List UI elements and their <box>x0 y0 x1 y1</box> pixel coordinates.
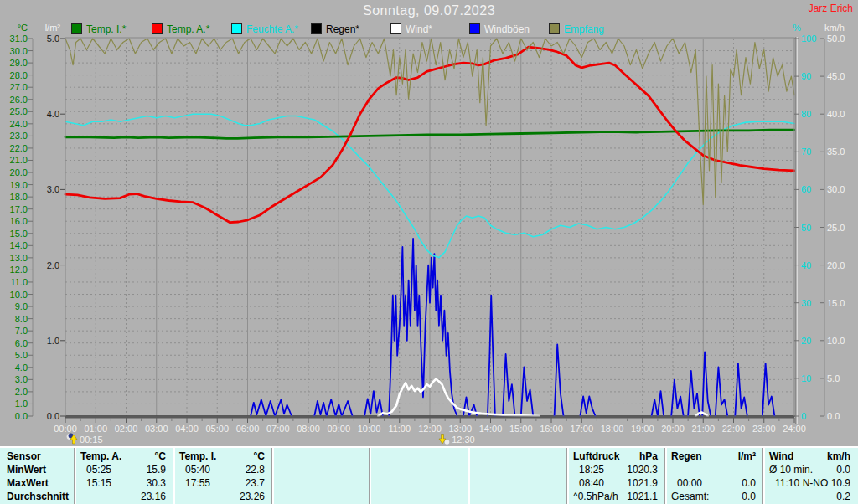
y-axis-label-temp: 31.0 <box>0 34 28 44</box>
y-axis-label-kmh: 40.0 <box>827 110 845 119</box>
y-axis-label-temp: 28.0 <box>0 70 28 80</box>
series-windboeen <box>314 399 352 416</box>
y-axis-label-temp: 6.0 <box>0 338 28 347</box>
y-axis-label-temp: 25.0 <box>0 107 28 116</box>
x-axis-label: 11:00 <box>383 424 416 434</box>
marker-time-label: 12:30 <box>452 435 475 445</box>
x-axis-label: 19:00 <box>626 424 659 434</box>
y-axis-label-temp: 1.0 <box>0 399 28 409</box>
y-axis-label-rain: 2.0 <box>34 260 59 270</box>
y-axis-label-temp: 8.0 <box>0 314 28 323</box>
x-axis-label: 21:00 <box>686 424 720 434</box>
y-axis-label-kmh: 50.0 <box>827 34 845 44</box>
table-row-label: MinWert <box>7 465 46 476</box>
x-axis-label: 22:00 <box>717 424 751 434</box>
x-axis-label: 07:00 <box>261 424 295 434</box>
table-divider <box>271 448 274 504</box>
series-windboeen <box>580 397 595 417</box>
y-axis-label-percent: 60 <box>801 185 811 194</box>
y-axis-label-temp: 16.0 <box>0 217 28 226</box>
y-axis-label-temp: 2.0 <box>0 387 28 396</box>
table-row-label: Durchschnitt <box>7 491 69 502</box>
table-cell-value: 23.26 <box>173 491 265 502</box>
table-cell-value: 1021.1 <box>567 491 658 502</box>
x-axis-label: 23:00 <box>747 424 781 434</box>
y-axis-label-temp: 7.0 <box>0 327 28 336</box>
x-axis-label: 09:00 <box>322 424 355 434</box>
table-column-unit: hPa <box>567 451 658 462</box>
y-axis-label-temp: 20.0 <box>0 168 28 177</box>
weather-app-window: Sonntag, 09.07.2023 Jarz Erich °C l/m² %… <box>0 0 858 504</box>
y-axis-label-kmh: 15.0 <box>827 298 845 307</box>
y-axis-label-kmh: 35.0 <box>827 147 845 157</box>
marker-time-label: 00:15 <box>80 435 103 445</box>
y-axis-label-temp: 24.0 <box>0 119 28 128</box>
y-axis-label-temp: 15.0 <box>0 229 28 238</box>
y-axis-label-temp: 29.0 <box>0 59 28 68</box>
y-axis-label-temp: 17.0 <box>0 204 28 213</box>
y-axis-label-percent: 50 <box>801 223 811 232</box>
series-windboeen <box>671 380 684 416</box>
table-cell-value: 22.8 <box>173 465 265 476</box>
y-axis-label-kmh: 45.0 <box>827 72 845 81</box>
x-axis-label: 15:00 <box>504 424 538 434</box>
y-axis-label-kmh: 25.0 <box>827 223 845 232</box>
y-axis-label-temp: 26.0 <box>0 95 28 104</box>
y-axis-label-percent: 20 <box>801 336 811 345</box>
moonset-icon <box>438 433 450 445</box>
table-divider <box>369 448 371 504</box>
y-axis-label-temp: 0.0 <box>0 412 28 421</box>
y-axis-label-kmh: 5.0 <box>827 373 840 383</box>
y-axis-label-temp: 5.0 <box>0 351 28 360</box>
x-axis-label: 04:00 <box>170 424 204 434</box>
x-axis-label: 20:00 <box>656 424 690 434</box>
table-row-label: Sensor <box>7 451 41 462</box>
y-axis-label-rain: 1.0 <box>34 336 59 345</box>
x-axis-label: 02:00 <box>110 424 143 434</box>
summary-table: SensorMinWertMaxWertDurchschnittTemp. A.… <box>0 446 858 504</box>
y-axis-label-percent: 80 <box>801 110 811 119</box>
series-windboeen <box>364 391 383 416</box>
x-axis-label: 08:00 <box>292 424 325 434</box>
series-windboeen <box>735 363 747 416</box>
y-axis-label-percent: 10 <box>801 373 811 383</box>
table-cell-value: 0.0 <box>763 465 850 476</box>
y-axis-label-percent: 40 <box>801 260 811 270</box>
y-axis-label-kmh: 30.0 <box>827 185 845 194</box>
y-axis-label-temp: 12.0 <box>0 265 28 275</box>
y-axis-label-rain: 4.0 <box>34 110 59 119</box>
y-axis-label-temp: 27.0 <box>0 83 28 92</box>
y-axis-label-temp: 23.0 <box>0 131 28 141</box>
y-axis-label-percent: 70 <box>801 147 811 157</box>
series-windboeen <box>488 296 495 416</box>
table-column-unit: °C <box>173 451 265 462</box>
x-axis-label: 03:00 <box>140 424 173 434</box>
y-axis-label-temp: 22.0 <box>0 143 28 152</box>
x-axis-label: 18:00 <box>596 424 629 434</box>
y-axis-label-temp: 14.0 <box>0 241 28 250</box>
table-cell-value: 30.3 <box>75 478 166 489</box>
table-cell-value: N-NO 10.9 <box>763 478 850 489</box>
table-cell-value: 1021.9 <box>567 478 658 489</box>
y-axis-label-rain: 5.0 <box>34 34 59 44</box>
x-axis-label: 17:00 <box>565 424 598 434</box>
table-cell-value: 0.2 <box>763 491 850 502</box>
x-axis-label: 24:00 <box>778 424 811 434</box>
series-windboeen <box>716 367 728 416</box>
x-axis-label: 14:00 <box>474 424 508 434</box>
table-cell-value: 15.9 <box>75 465 166 476</box>
x-axis-label: 01:00 <box>79 424 112 434</box>
y-axis-label-kmh: 0.0 <box>827 412 840 421</box>
y-axis-label-kmh: 20.0 <box>827 260 845 270</box>
x-axis-label: 10:00 <box>353 424 386 434</box>
y-axis-label-temp: 13.0 <box>0 253 28 262</box>
y-axis-label-rain: 3.0 <box>34 185 59 194</box>
y-axis-label-rain: 0.0 <box>34 412 59 421</box>
series-windboeen <box>688 371 700 416</box>
y-axis-label-temp: 18.0 <box>0 193 28 202</box>
y-axis-label-temp: 21.0 <box>0 156 28 165</box>
x-axis-label: 16:00 <box>535 424 568 434</box>
table-column-unit: l/m² <box>665 451 756 462</box>
y-axis-label-temp: 19.0 <box>0 180 28 189</box>
table-divider <box>468 448 470 504</box>
